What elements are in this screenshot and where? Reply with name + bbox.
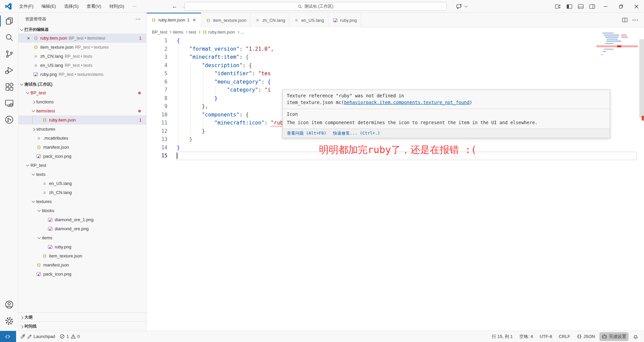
chevron-down-icon xyxy=(38,208,41,212)
breadcrumb-label: BP_test xyxy=(152,30,167,35)
tab-item_texture.json[interactable]: item_texture.json xyxy=(201,13,251,28)
layout-icon[interactable] xyxy=(553,2,563,11)
more-actions-icon[interactable]: ··· xyxy=(136,17,141,21)
tree-item[interactable]: .mcattributes xyxy=(18,134,146,143)
tree-item[interactable]: item_texture.json xyxy=(18,251,146,260)
open-editor-item[interactable]: ruby.pngRP_test • textures\items xyxy=(18,70,146,79)
account-icon[interactable] xyxy=(0,296,18,313)
close-icon[interactable]: × xyxy=(192,17,197,23)
tab-ruby.item.json[interactable]: ruby.item.json1× xyxy=(147,13,201,28)
workspace-header[interactable]: 测试包 (工作区) xyxy=(18,80,146,88)
problems-status[interactable]: 1 0 xyxy=(57,332,82,341)
language-mode[interactable]: {}JSON xyxy=(575,332,597,341)
encoding[interactable]: UTF-8 xyxy=(537,332,554,341)
tree-item[interactable]: items\test xyxy=(18,106,146,115)
menu-edit[interactable]: 编辑(E) xyxy=(39,2,59,11)
quick-fix-action[interactable]: 快速修复... (Ctrl+.) xyxy=(333,131,380,136)
open-editor-item[interactable]: ×ruby.item.jsonBP_test • items\test1 xyxy=(18,34,146,43)
tree-item[interactable]: functions xyxy=(18,97,146,106)
tree-item[interactable]: manifest.json xyxy=(18,260,146,270)
breadcrumb-item[interactable]: ruby.item.json xyxy=(202,30,235,35)
tab-en_US.lang[interactable]: en_US.lang xyxy=(289,13,328,28)
minimap[interactable] xyxy=(600,32,638,65)
tree-item[interactable]: en_US.lang xyxy=(18,179,146,188)
tree-item[interactable]: textures xyxy=(18,197,146,206)
activity-extensions[interactable] xyxy=(0,79,18,95)
error-code-link[interactable]: behaviorpack.item.components.texture_not… xyxy=(344,100,470,105)
outline-section[interactable]: 大纲 xyxy=(18,312,146,322)
code-line[interactable]: 2 "format_version": "1.21.0", xyxy=(147,45,644,53)
tree-item[interactable]: ruby.png xyxy=(18,242,146,251)
breadcrumb-item[interactable]: items xyxy=(173,30,183,35)
open-editor-item[interactable]: en_US.langRP_test • texts xyxy=(18,61,146,70)
search-icon xyxy=(5,33,14,42)
tree-item[interactable]: texts xyxy=(18,170,146,179)
code-line[interactable]: 6 "menu_category": { xyxy=(147,78,644,86)
open-editors-header[interactable]: 打开的编辑器 xyxy=(18,26,146,34)
open-editor-item[interactable]: item_texture.jsonRP_test • textures xyxy=(18,43,146,52)
code-line[interactable]: 1{ xyxy=(147,37,644,45)
vertical-scrollbar[interactable] xyxy=(639,32,644,331)
tree-item[interactable]: BP_test xyxy=(18,88,146,97)
split-editor-icon[interactable] xyxy=(622,17,628,22)
activity-search[interactable] xyxy=(0,29,18,46)
command-center-search[interactable]: 测试包 (工作区) xyxy=(184,2,447,11)
code-line[interactable]: 4 "description": { xyxy=(147,61,644,70)
view-problem-action[interactable]: 查看问题 (Alt+F8) xyxy=(287,131,326,136)
panel-toggle-icon[interactable] xyxy=(576,2,586,11)
code-text: } xyxy=(167,127,205,136)
activity-hierarchy[interactable] xyxy=(0,111,18,128)
menu-overflow[interactable]: ··· xyxy=(129,2,140,11)
breadcrumb-item[interactable]: test xyxy=(189,30,196,35)
notifications[interactable] xyxy=(631,332,641,341)
tree-item[interactable]: RP_test xyxy=(18,161,146,170)
tree-item[interactable]: manifest.json xyxy=(18,143,146,152)
code-line[interactable]: 3 "minecraft:item": { xyxy=(147,53,644,61)
breadcrumb-item[interactable]: ... xyxy=(241,30,245,35)
code-editor[interactable]: 1{2 "format_version": "1.21.0",3 "minecr… xyxy=(147,37,644,331)
setup-status[interactable]: 完成设置 xyxy=(599,332,629,341)
timeline-section[interactable]: 时间线 xyxy=(18,322,146,331)
activity-run-debug[interactable] xyxy=(0,62,18,79)
indentation[interactable]: 空格: 4 xyxy=(517,332,535,341)
chevron-down-icon[interactable] xyxy=(465,4,468,7)
secondary-sidebar-icon[interactable] xyxy=(587,2,597,11)
minimize-icon[interactable] xyxy=(598,0,613,13)
tree-item[interactable]: structures xyxy=(18,125,146,134)
tree-item[interactable]: ruby.item.json1 xyxy=(18,115,146,125)
close-icon[interactable]: × xyxy=(26,35,31,41)
open-editor-item[interactable]: zh_CN.langRP_test • texts xyxy=(18,52,146,61)
launchpad-status[interactable]: Launchpad xyxy=(18,332,57,341)
remote-indicator[interactable] xyxy=(0,331,16,342)
breadcrumb-item[interactable]: BP_test xyxy=(152,30,167,35)
language-mode-label: JSON xyxy=(583,334,595,339)
tab-ruby.png[interactable]: ruby.png xyxy=(328,13,361,28)
sidebar-toggle-icon[interactable] xyxy=(564,2,574,11)
menu-view[interactable]: 查看(V) xyxy=(84,2,104,11)
restore-icon[interactable] xyxy=(613,0,629,13)
back-arrow[interactable]: ← xyxy=(172,3,177,9)
activity-remote-explorer[interactable] xyxy=(0,95,18,111)
menu-file[interactable]: 文件(F) xyxy=(16,2,37,11)
tab-zh_CN.lang[interactable]: zh_CN.lang xyxy=(251,13,289,28)
scrollbar-slider[interactable] xyxy=(639,39,644,118)
eol[interactable]: CRLF xyxy=(556,332,573,341)
menu-goto[interactable]: 转到(G) xyxy=(106,2,127,11)
copilot-icon[interactable] xyxy=(454,2,464,11)
close-icon[interactable] xyxy=(629,0,644,13)
tree-item[interactable]: pack_icon.png xyxy=(18,152,146,161)
tree-item[interactable]: blocks xyxy=(18,206,146,215)
code-line[interactable]: 5 "identifier": "tes xyxy=(147,69,644,78)
more-actions-icon[interactable]: ··· xyxy=(632,17,639,23)
tree-item[interactable]: diamond_ore_1.png xyxy=(18,215,146,224)
activity-source-control[interactable] xyxy=(0,46,18,62)
tree-item[interactable]: diamond_ore.png xyxy=(18,224,146,233)
tree-item[interactable]: zh_CN.lang xyxy=(18,188,146,197)
tree-item[interactable]: pack_icon.png xyxy=(18,270,146,279)
breadcrumb-label: test xyxy=(189,30,196,35)
gear-icon[interactable] xyxy=(0,313,18,329)
activity-explorer[interactable] xyxy=(0,13,18,29)
menu-select[interactable]: 选择(S) xyxy=(61,2,82,11)
cursor-position[interactable]: 行 15, 列 1 xyxy=(489,332,515,341)
tree-item[interactable]: items xyxy=(18,233,146,242)
